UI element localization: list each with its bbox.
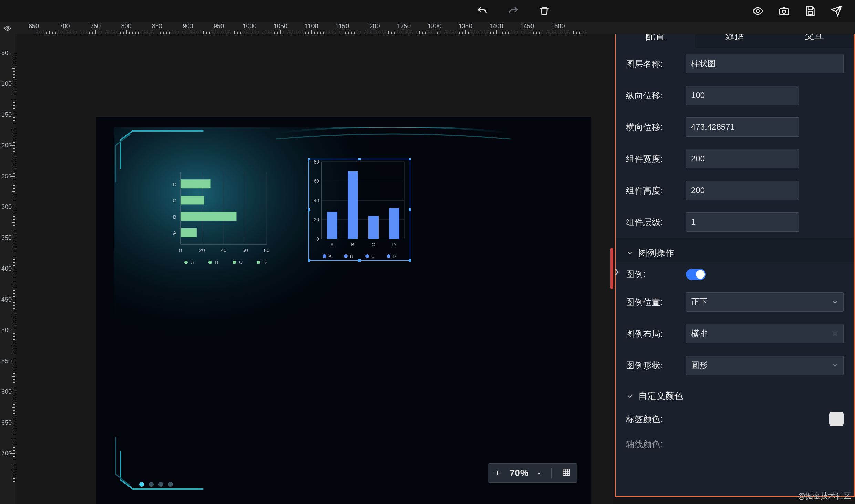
save-icon[interactable] (803, 4, 817, 18)
ruler-vertical: 5010015020025030035040045050055060065070… (0, 34, 15, 504)
svg-text:60: 60 (313, 178, 319, 184)
zoom-control: + 70% - (488, 463, 577, 483)
svg-rect-51 (368, 216, 379, 239)
select-legend-layout[interactable]: 横排 (686, 324, 844, 343)
label-offset-y: 纵向位移: (626, 90, 679, 101)
svg-rect-53 (389, 208, 399, 239)
select-legend-position-value: 正下 (691, 296, 708, 307)
svg-point-57 (344, 254, 348, 258)
svg-text:80: 80 (313, 159, 319, 165)
ruler-horizontal: 6507007508008509009501000105011001150120… (0, 22, 855, 34)
pager-dots[interactable] (139, 482, 173, 487)
select-legend-layout-value: 横排 (691, 328, 708, 339)
svg-text:A: A (173, 230, 176, 236)
svg-point-61 (387, 254, 390, 258)
svg-rect-66 (409, 158, 411, 160)
svg-text:40: 40 (221, 247, 227, 253)
zoom-out-button[interactable]: - (538, 468, 541, 479)
svg-text:B: B (173, 214, 176, 220)
svg-rect-71 (409, 259, 411, 262)
grid-icon[interactable] (562, 468, 571, 478)
svg-rect-24 (181, 228, 197, 237)
svg-point-0 (756, 10, 760, 13)
svg-text:20: 20 (199, 247, 205, 253)
label-legend-layout: 图例布局: (626, 328, 679, 339)
svg-text:A: A (330, 242, 334, 248)
input-height[interactable] (686, 181, 799, 200)
properties-panel: 配置 数据 交互 图层名称: 纵向位移: 横向位移: 组件宽度: 组件高度: 组… (615, 22, 855, 497)
label-height: 组件高度: (626, 185, 679, 196)
chevron-down-icon (832, 298, 838, 305)
svg-point-26 (184, 261, 188, 264)
input-offset-y[interactable] (686, 86, 799, 105)
svg-text:40: 40 (313, 198, 319, 203)
svg-rect-1 (780, 9, 789, 15)
pager-dot-4[interactable] (168, 482, 173, 487)
svg-text:B: B (350, 254, 353, 259)
select-legend-shape[interactable]: 圆形 (686, 356, 844, 375)
label-legend-enable: 图例: (626, 269, 679, 280)
pager-dot-3[interactable] (158, 482, 163, 487)
svg-rect-3 (808, 11, 812, 14)
watermark: @掘金技术社区 (798, 491, 851, 501)
chart-vertical-bar[interactable]: 020406080ABCDABCD (308, 158, 411, 266)
svg-rect-72 (563, 469, 570, 476)
svg-rect-47 (327, 212, 337, 239)
svg-point-59 (365, 254, 369, 258)
chevron-down-icon (832, 362, 838, 369)
svg-point-4 (7, 27, 9, 29)
svg-text:D: D (173, 181, 176, 187)
zoom-value: 70% (509, 468, 529, 479)
swatch-label-color[interactable] (829, 412, 844, 426)
ruler-corner-eye-icon[interactable] (0, 22, 15, 34)
canvas[interactable]: 020406080DCBAABCD 020406080ABCDABCD + 70… (15, 34, 613, 504)
redo-icon[interactable] (506, 4, 520, 18)
pager-dot-1[interactable] (139, 482, 144, 487)
svg-rect-49 (348, 171, 358, 239)
select-legend-position[interactable]: 正下 (686, 292, 844, 312)
svg-text:C: C (372, 242, 375, 248)
camera-icon[interactable] (777, 4, 791, 18)
section-colors[interactable]: 自定义颜色 (616, 381, 854, 406)
input-width[interactable] (686, 149, 799, 168)
svg-point-28 (208, 261, 212, 264)
svg-text:B: B (351, 242, 354, 248)
chart-horizontal-bar[interactable]: 020406080DCBAABCD (165, 169, 272, 272)
svg-text:A: A (329, 254, 332, 259)
panel-collapse-icon[interactable] (613, 262, 620, 282)
svg-text:20: 20 (313, 217, 319, 222)
svg-text:D: D (393, 254, 396, 259)
pager-dot-2[interactable] (149, 482, 154, 487)
svg-point-32 (257, 261, 260, 264)
select-legend-shape-value: 圆形 (691, 360, 708, 371)
svg-text:B: B (215, 260, 218, 265)
svg-rect-69 (308, 259, 310, 262)
label-label-color: 标签颜色: (626, 413, 822, 425)
top-toolbar (0, 0, 855, 22)
label-legend-position: 图例位置: (626, 296, 679, 308)
chevron-down-icon (832, 330, 838, 337)
svg-text:80: 80 (264, 247, 270, 253)
svg-point-55 (323, 254, 326, 258)
svg-rect-68 (409, 208, 411, 211)
section-legend[interactable]: 图例操作 (616, 238, 854, 262)
undo-icon[interactable] (475, 4, 489, 18)
artboard[interactable]: 020406080DCBAABCD 020406080ABCDABCD (96, 117, 591, 504)
label-layer-name: 图层名称: (626, 58, 679, 70)
svg-rect-22 (181, 212, 237, 221)
input-zindex[interactable] (686, 212, 799, 232)
input-layer-name[interactable] (686, 54, 844, 73)
send-icon[interactable] (830, 4, 843, 18)
svg-text:0: 0 (316, 236, 319, 242)
label-width: 组件宽度: (626, 153, 679, 165)
svg-rect-18 (181, 179, 211, 188)
svg-text:C: C (239, 260, 243, 265)
input-offset-x[interactable] (686, 117, 799, 137)
zoom-in-button[interactable]: + (495, 468, 500, 479)
toggle-legend[interactable] (686, 269, 706, 280)
svg-point-30 (233, 261, 236, 264)
svg-point-2 (782, 10, 786, 13)
trash-icon[interactable] (537, 4, 551, 18)
section-colors-title: 自定义颜色 (638, 390, 683, 402)
preview-eye-icon[interactable] (751, 4, 765, 18)
